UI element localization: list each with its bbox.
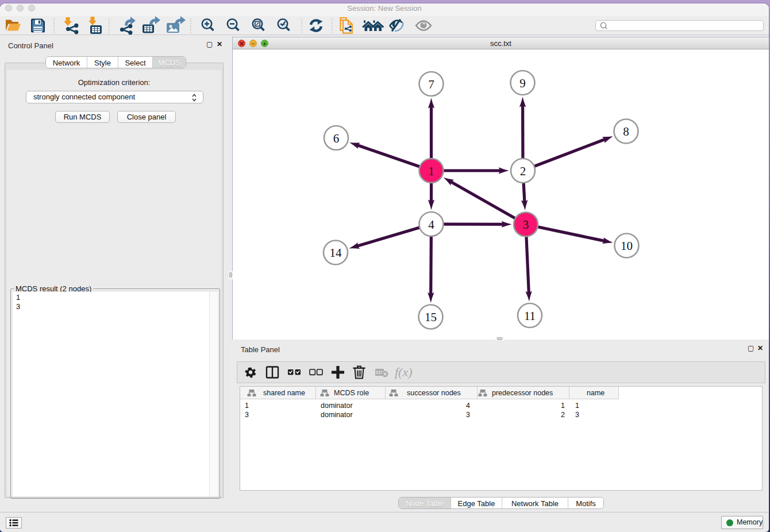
svg-text:shared name: shared name — [263, 389, 305, 397]
svg-text:1: 1 — [428, 164, 434, 178]
svg-text:4: 4 — [428, 218, 434, 232]
svg-text:2: 2 — [520, 164, 526, 178]
svg-text:name: name — [587, 389, 605, 397]
svg-text:9: 9 — [519, 76, 526, 90]
svg-text:3: 3 — [523, 218, 529, 232]
svg-text:8: 8 — [623, 125, 629, 138]
svg-text:15: 15 — [425, 310, 437, 324]
svg-text:14: 14 — [330, 246, 342, 260]
svg-text:6: 6 — [333, 132, 340, 145]
svg-text:MCDS role: MCDS role — [334, 389, 369, 397]
svg-text:11: 11 — [524, 309, 536, 323]
svg-text:7: 7 — [428, 78, 434, 91]
svg-text:10: 10 — [621, 239, 633, 253]
svg-text:successor nodes: successor nodes — [407, 389, 461, 397]
svg-text:predecessor nodes: predecessor nodes — [492, 389, 553, 397]
svg-text:f(x): f(x) — [395, 365, 413, 379]
